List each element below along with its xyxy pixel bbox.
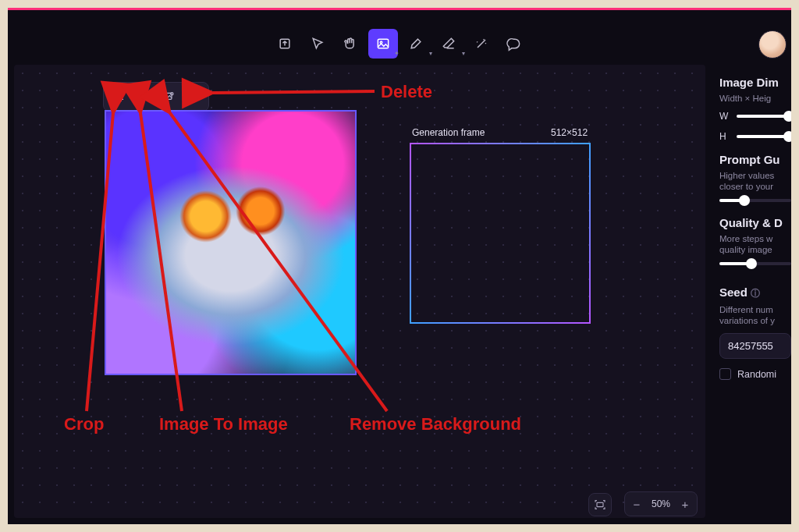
generation-frame-dimensions: 512×512 bbox=[551, 127, 588, 138]
seed-title: Seed ⓘ bbox=[719, 286, 791, 300]
width-label: W bbox=[719, 111, 730, 122]
image-to-image-button[interactable] bbox=[132, 86, 155, 108]
image-dimensions-title: Image Dim bbox=[719, 76, 791, 89]
height-label: H bbox=[719, 131, 730, 142]
guidance-slider[interactable] bbox=[719, 199, 791, 202]
erase-tool[interactable]: ▾ bbox=[434, 29, 463, 59]
seed-sub1: Different num bbox=[719, 305, 791, 314]
pan-tool[interactable] bbox=[336, 29, 365, 59]
canvas-area[interactable]: Generation frame 512×512 Delete Crop Ima… bbox=[14, 65, 705, 518]
crop-button[interactable] bbox=[107, 86, 130, 108]
quality-slider[interactable] bbox=[719, 262, 791, 265]
quality-sub2: quality image bbox=[719, 245, 791, 254]
generation-frame[interactable] bbox=[410, 143, 591, 324]
prompt-guidance-title: Prompt Gu bbox=[719, 153, 791, 166]
comment-tool[interactable] bbox=[499, 29, 529, 59]
svg-rect-9 bbox=[597, 502, 603, 506]
remove-background-button[interactable] bbox=[157, 86, 180, 108]
delete-button[interactable] bbox=[182, 86, 205, 108]
zoom-fit-button[interactable] bbox=[588, 493, 612, 516]
avatar[interactable] bbox=[758, 30, 787, 59]
annotation-crop: Crop bbox=[64, 414, 104, 434]
annotation-removebg: Remove Background bbox=[350, 414, 521, 434]
svg-rect-1 bbox=[378, 39, 388, 48]
generation-frame-label: Generation frame bbox=[412, 127, 485, 138]
settings-panel: Image Dim Width × Heig W H Prompt Gu Hig… bbox=[713, 65, 791, 518]
zoom-in-button[interactable]: + bbox=[676, 495, 694, 512]
image-dimensions-sub: Width × Heig bbox=[719, 94, 791, 103]
randomize-checkbox[interactable] bbox=[719, 368, 731, 380]
brush-tool[interactable]: ▾ bbox=[401, 29, 431, 59]
prompt-guidance-sub1: Higher values bbox=[719, 171, 791, 180]
zoom-value: 50% bbox=[650, 498, 672, 509]
image-tool[interactable]: ✦ bbox=[368, 29, 398, 59]
width-slider[interactable] bbox=[737, 115, 791, 118]
zoom-control: − 50% + bbox=[624, 491, 698, 516]
annotation-i2i: Image To Image bbox=[159, 414, 288, 434]
export-tool[interactable] bbox=[270, 29, 300, 59]
quality-sub1: More steps w bbox=[719, 234, 791, 243]
annotation-delete: Delete bbox=[381, 82, 432, 102]
svg-line-5 bbox=[213, 91, 375, 93]
top-toolbar: ✦ ▾ ▾ bbox=[8, 24, 791, 63]
randomize-label: Randomi bbox=[737, 369, 776, 380]
wand-tool[interactable] bbox=[467, 29, 496, 59]
image-content bbox=[106, 112, 355, 374]
quality-title: Quality & D bbox=[719, 216, 791, 229]
context-toolbar bbox=[103, 82, 209, 112]
height-slider[interactable] bbox=[737, 135, 791, 138]
prompt-guidance-sub2: closer to your bbox=[719, 182, 791, 191]
seed-input[interactable]: 84257555 bbox=[719, 333, 791, 359]
select-tool[interactable] bbox=[303, 29, 332, 59]
selected-image[interactable] bbox=[105, 110, 357, 375]
zoom-out-button[interactable]: − bbox=[628, 495, 645, 512]
seed-sub2: variations of y bbox=[719, 316, 791, 325]
